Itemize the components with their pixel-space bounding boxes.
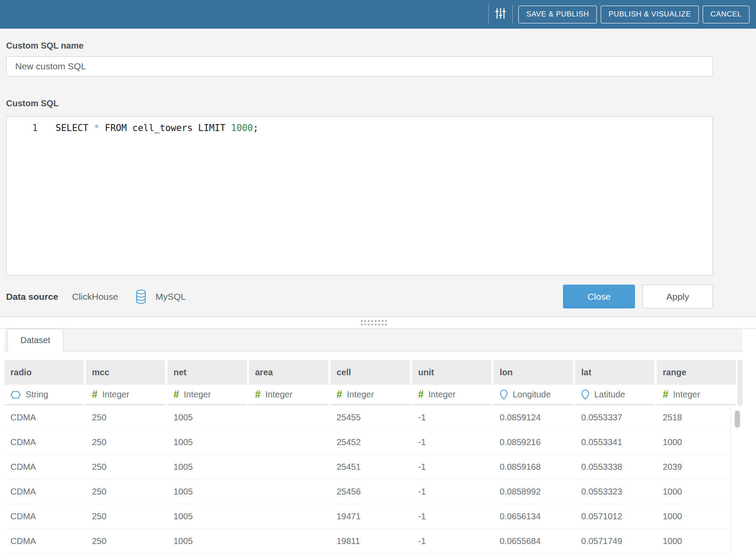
cell-lon: 0.0655684 [494,529,573,553]
scrollbar-header-strip [737,360,743,406]
cell-radio: CDMA [4,455,84,479]
cell-area [249,405,328,429]
cell-range: 2518 [657,405,736,429]
cell-range: 1000 [657,504,736,528]
integer-icon: # [255,390,261,400]
apply-button[interactable]: Apply [642,285,713,308]
cell-area [249,455,328,479]
cell-lat: 0.0571749 [575,529,655,553]
cell-area [249,430,328,454]
cell-range: 1000 [657,479,736,504]
cell-cell: 25451 [331,455,410,479]
column-type-label: Integer [184,390,211,400]
cell-lat: 0.0553337 [575,405,655,429]
cell-net: 1005 [167,504,247,528]
datasource-row: Data source ClickHouse MySQL Close Apply [6,285,713,308]
cell-mcc: 250 [86,504,165,528]
dataset-tabbar: Dataset [4,329,743,351]
column-type-lat[interactable]: Latitude [575,385,655,405]
datasource-engine: MySQL [155,292,186,302]
string-icon [10,390,21,399]
cell-unit: -1 [412,479,491,504]
cell-unit: -1 [412,405,491,429]
column-type-label: Longitude [513,390,551,400]
column-type-range[interactable]: #Integer [657,385,736,405]
cell-lat: 0.0553338 [575,455,655,479]
custom-sql-form: Custom SQL name Custom SQL 1 SELECT * FR… [0,29,756,317]
dataset-preview-panel: Dataset radiomccnetareacellunitlonlatran… [0,329,756,554]
column-header-radio: radio [4,360,84,385]
cell-area [249,529,328,553]
column-type-label: Latitude [594,390,625,400]
table-header-row: radiomccnetareacellunitlonlatrange [4,360,736,385]
table-row: CDMA250100519811-10.06556840.05717491000 [4,529,736,554]
custom-sql-name-input[interactable] [6,56,713,76]
publish-and-visualize-button[interactable]: PUBLISH & VISUALIZE [601,6,699,23]
cell-lat: 0.0571012 [575,504,655,528]
column-header-lat: lat [575,360,655,385]
cell-radio: CDMA [4,479,84,504]
close-button[interactable]: Close [563,285,635,308]
drag-dots-icon [361,320,387,325]
longitude-icon [500,389,508,400]
column-header-area: area [249,360,328,385]
table-vertical-scrollbar[interactable] [730,406,743,554]
panel-resize-handle[interactable] [0,317,756,329]
column-type-label: String [26,390,48,400]
cell-net: 1005 [167,430,247,454]
datasource-name: ClickHouse [72,292,118,302]
cell-radio: CDMA [4,430,84,454]
cell-lon: 0.0859216 [494,430,573,454]
cell-lon: 0.0859168 [494,455,573,479]
cell-radio: CDMA [4,529,84,553]
table-row: CDMA250100519471-10.06561340.05710121000 [4,504,736,529]
cell-lat: 0.0553323 [575,479,655,504]
top-action-bar: SAVE & PUBLISH PUBLISH & VISUALIZE CANCE… [0,0,756,29]
cell-unit: -1 [412,455,491,479]
column-type-area[interactable]: #Integer [249,385,328,405]
column-type-mcc[interactable]: #Integer [86,385,165,405]
integer-icon: # [663,390,668,400]
save-and-publish-button[interactable]: SAVE & PUBLISH [518,6,597,23]
sql-editor[interactable]: 1 SELECT * FROM cell_towers LIMIT 1000; [6,116,713,275]
column-header-range: range [657,360,736,385]
cancel-button[interactable]: CANCEL [703,6,749,23]
column-type-radio[interactable]: String [4,385,84,405]
cell-unit: -1 [412,504,491,528]
cell-area [249,479,328,504]
datasource-label: Data source [6,292,58,302]
cell-lon: 0.0656134 [494,504,573,528]
column-type-unit[interactable]: #Integer [412,385,491,405]
cell-unit: -1 [412,529,491,553]
latitude-icon [581,389,589,400]
cell-mcc: 250 [86,455,165,479]
custom-sql-label: Custom SQL [6,98,59,108]
column-header-unit: unit [412,360,491,385]
column-type-label: Integer [347,390,374,400]
sliders-settings-button[interactable] [488,5,513,24]
cell-net: 1005 [167,405,247,429]
table-row: CDMA250100525451-10.08591680.05533382039 [4,455,736,479]
column-type-cell[interactable]: #Integer [331,385,410,405]
scrollbar-thumb[interactable] [735,410,740,428]
cell-mcc: 250 [86,529,165,553]
column-header-cell: cell [331,360,410,385]
column-type-label: Integer [102,390,129,400]
line-number: 1 [7,121,38,134]
column-type-lon[interactable]: Longitude [494,385,573,405]
column-type-net[interactable]: #Integer [167,385,247,405]
cell-mcc: 250 [86,430,165,454]
cell-lon: 0.0858992 [494,479,573,504]
cell-range: 1000 [657,430,736,454]
column-header-lon: lon [494,360,573,385]
sql-code-line: 1 SELECT * FROM cell_towers LIMIT 1000; [7,117,713,134]
database-icon [135,289,147,305]
integer-icon: # [92,390,98,400]
tab-dataset[interactable]: Dataset [7,329,63,352]
cell-area [249,504,328,528]
cell-net: 1005 [167,529,247,553]
integer-icon: # [337,390,342,400]
column-type-label: Integer [673,390,700,400]
cell-cell: 19811 [331,529,410,553]
column-header-mcc: mcc [86,360,165,385]
